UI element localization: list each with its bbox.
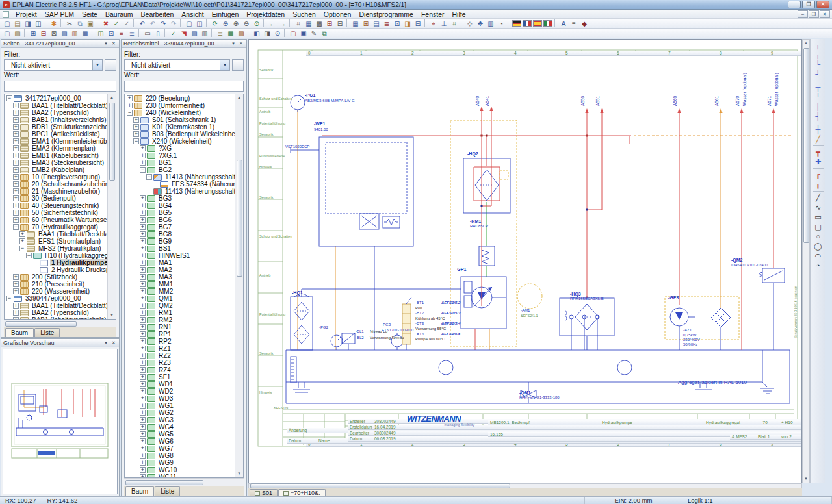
cut-icon[interactable]: ✂ [64, 19, 75, 28]
tree-expander-icon[interactable]: + [20, 231, 25, 237]
new-project-icon[interactable]: ▢ [2, 19, 12, 28]
language-french-icon[interactable] [523, 20, 532, 27]
tree-expander-icon[interactable]: + [140, 246, 146, 251]
tree-expander-icon[interactable]: − [133, 138, 139, 144]
tree-expander-icon[interactable]: + [140, 388, 146, 394]
scrollbar-thumb[interactable] [237, 160, 242, 277]
revision-icon[interactable]: ✎ [309, 29, 319, 38]
settings-icon[interactable]: ⊙ [272, 29, 283, 38]
tree-item-wd2[interactable]: +WD2 [125, 388, 235, 395]
t-node-down-icon[interactable]: ┬ [812, 82, 824, 92]
tree-item-bg2[interactable]: −BG2 [125, 166, 235, 173]
tree-expander-icon[interactable]: + [13, 153, 19, 158]
tree-item-200-st-tzbock[interactable]: +200 (Stützbock) [5, 273, 107, 281]
tree-item-emb1-kabel-bersicht[interactable]: +EMB1 (Kabelübersicht) [5, 152, 107, 159]
symbol-grid-icon[interactable]: ▦ [304, 19, 314, 28]
tree-item-x240-wickeleinheit[interactable]: −X240 (Wickeleinheit) [125, 138, 235, 145]
cable-overview-icon[interactable]: ≣ [127, 29, 137, 38]
tree-expander-icon[interactable]: + [13, 117, 19, 123]
panel-close-icon[interactable]: ✕ [110, 340, 117, 346]
check-project-icon[interactable]: ✓ [168, 29, 179, 38]
scroll-down-icon[interactable]: ▼ [804, 475, 808, 483]
tree-item-20-schaltschrankzubeh-r[interactable]: +20 (Schaltschrankzubehör) [5, 181, 107, 188]
menu-item-bauraum[interactable]: Bauraum [101, 10, 137, 18]
tree-expander-icon[interactable]: + [140, 346, 146, 351]
macro-box-icon[interactable]: ▢ [288, 29, 298, 38]
tree-item-bdb1-strukturkennzeichen-bersicht[interactable]: +BDB1 (Strukturkennzeichenübersicht) [5, 123, 107, 131]
scrollbar-thumb[interactable] [5, 321, 77, 327]
grid-snap-icon[interactable]: ⊞ [361, 19, 371, 28]
tree-expander-icon[interactable]: + [133, 124, 139, 130]
tree-item-baa1-titelblatt-deckblatt[interactable]: +BAA1 (Titelblatt/Deckblatt) [5, 102, 107, 109]
dictionary-icon[interactable]: ≡ [569, 19, 579, 28]
refresh-icon[interactable]: ⟳ [210, 19, 220, 28]
print-icon[interactable]: ◫ [33, 19, 44, 28]
tree-item-3417217epl000-00[interactable]: −3417217epl000_00 [5, 95, 107, 102]
tree-expander-icon[interactable]: + [13, 210, 19, 216]
title-bar[interactable]: e EPLAN Electric P8 2.5 HF1 - G:\prog\EP… [0, 0, 832, 10]
tree-item-50-sicherheitstechnik[interactable]: +50 (Sicherheitstechnik) [5, 209, 107, 216]
tree-expander-icon[interactable]: + [140, 474, 146, 477]
tree-expander-icon[interactable]: + [140, 153, 146, 158]
t-node-left-icon[interactable]: ┤ [812, 112, 824, 121]
data-portal-icon[interactable]: ◆ [579, 19, 590, 28]
tree-item-rp2[interactable]: +RP2 [125, 338, 235, 345]
tree-expander-icon[interactable]: + [133, 117, 139, 123]
scroll-up-icon[interactable]: ▲ [237, 94, 241, 101]
tree-expander-icon[interactable]: + [140, 353, 146, 359]
tree-item-11413-n-herungsschalter-schlie[interactable]: −11413 (Näherungsschalter, Schließ [125, 173, 235, 181]
tree-item-21-maschinenzubeh-r[interactable]: +21 (Maschinenzubehör) [5, 188, 107, 195]
corner-red-icon[interactable]: ┏ [812, 170, 824, 180]
zoom-in-icon[interactable]: ⊕ [231, 19, 241, 28]
parts-list-icon[interactable]: ≣ [215, 29, 226, 38]
plus-node-icon[interactable]: ✚ [812, 157, 824, 167]
tree-item-wg7[interactable]: +WG7 [125, 445, 235, 452]
tree-expander-icon[interactable]: − [146, 174, 152, 180]
tree-item-ma3[interactable]: +MA3 [125, 273, 235, 281]
wert-input[interactable] [4, 81, 116, 92]
tree-item-sf1[interactable]: +SF1 [125, 373, 235, 381]
tree-expander-icon[interactable]: + [127, 95, 133, 101]
delete-icon[interactable]: ✖ [101, 19, 111, 28]
tree-expander-icon[interactable]: + [140, 338, 146, 344]
schematic-canvas[interactable]: 01234567890123456789SensorikSchutz und S… [249, 40, 801, 483]
zoom-window-icon[interactable]: ⊕ [220, 19, 231, 28]
tree-expander-icon[interactable]: + [140, 231, 146, 237]
cross-node-icon[interactable]: ┼ [812, 125, 824, 134]
circle-tool-icon[interactable]: ○ [812, 232, 824, 242]
pages-tree-hscrollbar[interactable] [4, 320, 116, 327]
t-node-right-icon[interactable]: ├ [812, 102, 824, 112]
tree-item-wg10[interactable]: +WG10 [125, 466, 235, 473]
t-node-icon[interactable]: ⊥ [439, 19, 449, 28]
paste-icon[interactable]: ▣ [85, 19, 96, 28]
tree-item-baa2-typenschild[interactable]: +BAA2 (Typenschild) [5, 109, 107, 116]
tree-item-wg5[interactable]: +WG5 [125, 431, 235, 438]
minimize-button[interactable]: – [788, 1, 801, 8]
devices-tab-baum[interactable]: Baum [125, 486, 154, 496]
terminal-diagram-icon[interactable]: ⊡ [106, 29, 116, 38]
page-open-icon[interactable]: ▤ [12, 29, 23, 38]
tree-item-rn1[interactable]: +RN1 [125, 323, 235, 331]
tree-expander-icon[interactable]: + [140, 360, 146, 366]
tree-item-ema1-klemmenleisten-bersicht[interactable]: +EMA1 (Klemmenleistenübersicht) [5, 138, 107, 145]
device-navigator-icon[interactable]: ▥ [486, 19, 496, 28]
tree-item-bg3[interactable]: +BG3 [125, 195, 235, 202]
tree-item-220-beoelung[interactable]: +220 (Beoelung) [125, 95, 235, 102]
insert-symbol-icon[interactable]: ⌗ [293, 19, 304, 28]
tree-item-ma1[interactable]: +MA1 [125, 259, 235, 266]
rounded-rectangle-tool-icon[interactable]: ▢ [812, 222, 824, 232]
t-node-red-icon[interactable]: ┳ [812, 147, 824, 157]
menu-item-fenster[interactable]: Fenster [417, 10, 448, 18]
tree-item-rz4[interactable]: +RZ4 [125, 366, 235, 373]
t-node-up-icon[interactable]: ┴ [812, 92, 824, 102]
tree-expander-icon[interactable]: + [13, 131, 19, 137]
new-window-icon[interactable]: ▢ [184, 19, 194, 28]
menu-item-bearbeiten[interactable]: Bearbeiten [137, 10, 178, 18]
zoom-fit-icon[interactable]: ⊙ [252, 19, 262, 28]
page-macro-icon[interactable]: ⊟ [335, 19, 345, 28]
devices-tab-liste[interactable]: Liste [155, 486, 180, 496]
rectangle-tool-icon[interactable]: ▭ [812, 212, 824, 222]
tree-item-1-hydraulikpumpe[interactable]: 1 Hydraulikpumpe [5, 259, 107, 266]
tree-expander-icon[interactable]: + [140, 331, 146, 337]
tree-item-hinweis1[interactable]: +HINWEIS1 [125, 252, 235, 259]
